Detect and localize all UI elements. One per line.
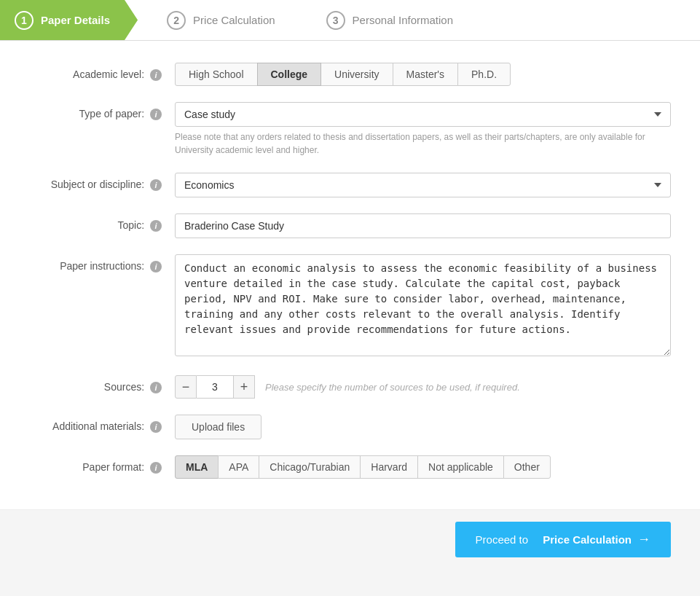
- instructions-label: Paper instructions: i: [29, 254, 175, 272]
- sources-value: 3: [197, 375, 233, 399]
- paper-details-form: Academic level: i High School College Un…: [0, 41, 700, 509]
- academic-level-buttons: High School College University Master's …: [175, 63, 671, 86]
- format-mla[interactable]: MLA: [175, 455, 219, 479]
- paper-format-row: Paper format: i MLA APA Chicago/Turabian…: [29, 455, 671, 479]
- academic-level-control: High School College University Master's …: [175, 63, 671, 86]
- step-3[interactable]: 3 Personal Information: [297, 0, 475, 40]
- additional-materials-row: Additional materials: i Upload files: [29, 415, 671, 439]
- instructions-textarea[interactable]: Conduct an economic analysis to assess t…: [175, 254, 671, 356]
- paper-format-label: Paper format: i: [29, 455, 175, 474]
- format-not-applicable[interactable]: Not applicable: [417, 455, 504, 479]
- step-3-number: 3: [326, 11, 345, 30]
- type-of-paper-hint: Please note that any orders related to t…: [175, 130, 671, 157]
- subject-row: Subject or discipline: i Economics Busin…: [29, 173, 671, 197]
- proceed-bold: Price Calculation: [543, 533, 632, 546]
- level-university[interactable]: University: [320, 63, 393, 86]
- step-1[interactable]: 1 Paper Details: [0, 0, 138, 40]
- sources-hint: Please specify the number of sources to …: [265, 382, 520, 393]
- format-harvard[interactable]: Harvard: [360, 455, 418, 479]
- type-of-paper-info-icon[interactable]: i: [150, 109, 162, 120]
- sources-control: − 3 + Please specify the number of sourc…: [175, 375, 671, 399]
- topic-label: Topic: i: [29, 213, 175, 232]
- subject-control: Economics Business History Literature Sc…: [175, 173, 671, 197]
- type-of-paper-control: Essay Case study Research paper Term pap…: [175, 102, 671, 157]
- format-chicago[interactable]: Chicago/Turabian: [259, 455, 361, 479]
- level-college[interactable]: College: [257, 63, 322, 86]
- step-2[interactable]: 2 Price Calculation: [138, 0, 297, 40]
- proceed-arrow-icon: →: [637, 532, 650, 547]
- step-1-number: 1: [15, 11, 34, 30]
- step-3-label: Personal Information: [353, 14, 453, 26]
- additional-materials-label: Additional materials: i: [29, 415, 175, 433]
- sources-label: Sources: i: [29, 375, 175, 393]
- format-apa[interactable]: APA: [218, 455, 259, 479]
- topic-info-icon[interactable]: i: [150, 220, 162, 232]
- sources-plus-button[interactable]: +: [233, 375, 255, 399]
- sources-minus-button[interactable]: −: [175, 375, 197, 399]
- proceed-label: Proceed to: [476, 533, 529, 546]
- paper-format-info-icon[interactable]: i: [150, 462, 162, 474]
- step-2-label: Price Calculation: [193, 14, 275, 26]
- subject-label: Subject or discipline: i: [29, 173, 175, 191]
- format-other[interactable]: Other: [503, 455, 551, 479]
- topic-control: [175, 213, 671, 238]
- sources-stepper: − 3 + Please specify the number of sourc…: [175, 375, 671, 399]
- subject-info-icon[interactable]: i: [150, 179, 162, 191]
- paper-format-control: MLA APA Chicago/Turabian Harvard Not app…: [175, 455, 671, 479]
- instructions-row: Paper instructions: i Conduct an economi…: [29, 254, 671, 359]
- topic-row: Topic: i: [29, 213, 671, 238]
- sources-row: Sources: i − 3 + Please specify the numb…: [29, 375, 671, 399]
- proceed-button[interactable]: Proceed to Price Calculation →: [455, 522, 671, 557]
- additional-materials-control: Upload files: [175, 415, 671, 439]
- level-masters[interactable]: Master's: [393, 63, 458, 86]
- academic-level-label: Academic level: i: [29, 63, 175, 81]
- paper-format-buttons: MLA APA Chicago/Turabian Harvard Not app…: [175, 455, 671, 479]
- academic-level-row: Academic level: i High School College Un…: [29, 63, 671, 86]
- step-2-number: 2: [167, 11, 186, 30]
- subject-select[interactable]: Economics Business History Literature Sc…: [175, 173, 671, 197]
- instructions-control: Conduct an economic analysis to assess t…: [175, 254, 671, 359]
- type-of-paper-label: Type of paper: i: [29, 102, 175, 120]
- level-phd[interactable]: Ph.D.: [457, 63, 511, 86]
- type-of-paper-select[interactable]: Essay Case study Research paper Term pap…: [175, 102, 671, 127]
- type-of-paper-row: Type of paper: i Essay Case study Resear…: [29, 102, 671, 157]
- additional-materials-info-icon[interactable]: i: [150, 421, 162, 433]
- instructions-info-icon[interactable]: i: [150, 261, 162, 272]
- footer-bar: Proceed to Price Calculation →: [0, 509, 700, 569]
- topic-input[interactable]: [175, 213, 671, 238]
- upload-files-button[interactable]: Upload files: [175, 415, 261, 439]
- academic-level-info-icon[interactable]: i: [150, 69, 162, 81]
- sources-info-icon[interactable]: i: [150, 382, 162, 393]
- stepper: 1 Paper Details 2 Price Calculation 3 Pe…: [0, 0, 700, 41]
- step-1-label: Paper Details: [41, 14, 110, 26]
- level-high-school[interactable]: High School: [175, 63, 258, 86]
